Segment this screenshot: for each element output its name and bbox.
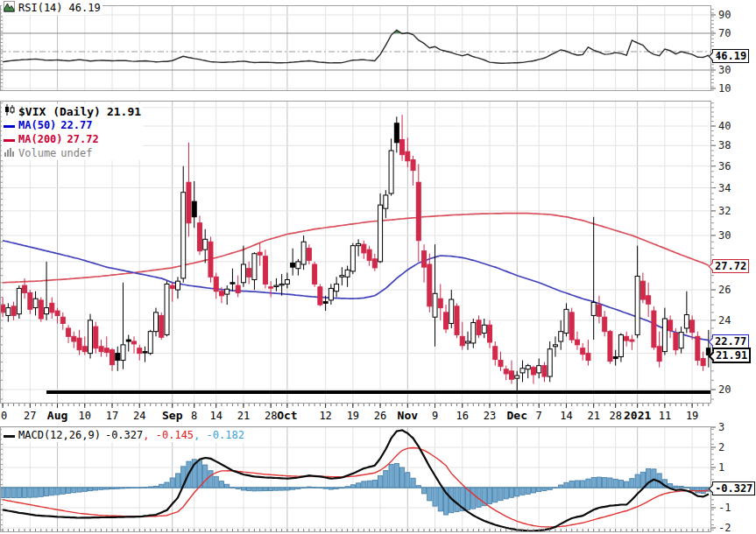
svg-text:32: 32 (718, 205, 731, 217)
svg-text:19: 19 (686, 410, 698, 422)
svg-text:21: 21 (587, 410, 599, 422)
svg-text:17: 17 (106, 410, 118, 422)
svg-text:11: 11 (659, 410, 671, 422)
svg-text:Oct: Oct (277, 409, 297, 422)
svg-text:3: 3 (718, 421, 724, 433)
svg-text:14: 14 (560, 410, 572, 422)
svg-text:28: 28 (609, 410, 621, 422)
svg-text:90: 90 (718, 9, 731, 21)
svg-text:20: 20 (718, 383, 731, 396)
ma200-value-callout: 27.72 (712, 259, 749, 273)
last-price-callout: 21.91 (712, 348, 751, 363)
svg-text:Sep: Sep (162, 409, 183, 422)
svg-text:1: 1 (718, 461, 724, 474)
macd-value-callout: -0.327 (712, 481, 755, 495)
svg-text:21: 21 (237, 410, 250, 422)
chart-svg: 90703010403836343230262420321-1-2027Aug1… (0, 0, 756, 534)
svg-text:24: 24 (133, 410, 145, 422)
stock-chart: 90703010403836343230262420321-1-2027Aug1… (0, 0, 756, 534)
macd-value: -0.327 (105, 429, 143, 441)
price-legend: $VIX (Daily) 21.91 MA(50) 22.77 MA(200) … (2, 104, 143, 160)
svg-text:26: 26 (718, 284, 731, 296)
volume-label: Volume (18, 147, 56, 159)
svg-text:10: 10 (718, 82, 731, 95)
svg-text:-1: -1 (718, 502, 731, 514)
svg-text:30: 30 (718, 64, 731, 76)
rsi-label: RSI(14) (18, 2, 63, 14)
last-price: 21.91 (107, 105, 141, 118)
svg-text:2: 2 (718, 441, 724, 453)
svg-text:12: 12 (319, 410, 331, 422)
svg-text:27: 27 (24, 410, 36, 422)
ma50-value-callout: 22.77 (712, 334, 749, 348)
svg-text:2021: 2021 (624, 409, 651, 422)
area-chart-icon (4, 1, 15, 15)
chart-canvas: 90703010403836343230262420321-1-2027Aug1… (0, 0, 756, 534)
ma200-value: 27.72 (67, 133, 99, 145)
svg-text:Nov: Nov (398, 409, 419, 422)
rsi-value: 46.19 (69, 2, 101, 14)
ma200-label: MA(200) (18, 133, 63, 145)
svg-text:23: 23 (484, 410, 496, 422)
rsi-legend: RSI(14) 46.19 (2, 1, 102, 15)
svg-text:7: 7 (536, 410, 542, 422)
svg-text:14: 14 (209, 410, 222, 422)
svg-text:16: 16 (456, 410, 469, 422)
svg-text:8: 8 (191, 410, 197, 422)
ma50-label: MA(50) (18, 119, 56, 131)
svg-text:40: 40 (718, 120, 731, 132)
svg-text:38: 38 (718, 139, 731, 151)
svg-text:36: 36 (718, 160, 731, 172)
svg-text:10: 10 (79, 410, 91, 422)
svg-text:Dec: Dec (506, 409, 526, 422)
svg-text:28: 28 (265, 410, 277, 422)
rsi-plot (3, 30, 709, 63)
svg-text:Aug: Aug (47, 409, 67, 422)
ma200-line-icon (4, 133, 15, 145)
svg-text:0: 0 (1, 410, 7, 422)
svg-text:-2: -2 (718, 522, 731, 534)
ma200-line (3, 214, 709, 283)
svg-text:30: 30 (718, 229, 731, 242)
svg-text:24: 24 (718, 314, 731, 327)
svg-text:9: 9 (432, 410, 438, 422)
macd-hist-value: , -0.182 (194, 429, 244, 441)
volume-bars-icon (4, 147, 15, 159)
macd-signal-value: , -0.145 (143, 429, 194, 441)
svg-text:26: 26 (374, 410, 386, 422)
macd-label: MACD(12,26,9) (18, 429, 101, 441)
ma50-line-icon (4, 119, 15, 131)
macd-plot (0, 430, 711, 530)
rsi-value-callout: 46.19 (712, 49, 749, 63)
symbol-title: $VIX (Daily) (18, 105, 101, 118)
svg-text:34: 34 (718, 182, 731, 194)
ma50-value: 22.77 (60, 119, 92, 131)
volume-value: undef (60, 147, 92, 159)
candlestick-icon (4, 104, 15, 118)
macd-legend: MACD(12,26,9) -0.327 , -0.145 , -0.182 (2, 428, 246, 442)
svg-text:70: 70 (718, 27, 731, 39)
svg-text:19: 19 (347, 410, 359, 422)
macd-line-icon (4, 429, 15, 441)
